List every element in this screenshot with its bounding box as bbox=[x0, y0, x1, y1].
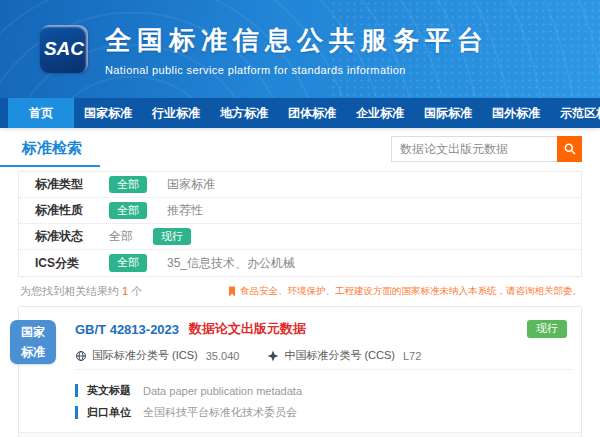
tab-standard-search[interactable]: 标准检索 bbox=[0, 128, 100, 167]
results-count-number: 1 bbox=[119, 285, 131, 297]
filter-option[interactable]: 推荐性 bbox=[167, 202, 203, 219]
filter-label: 标准类型 bbox=[35, 176, 109, 193]
filter-label: 标准性质 bbox=[35, 202, 109, 219]
filter-row-standard-type: 标准类型 全部 国家标准 bbox=[19, 172, 581, 198]
nav-item-foreign-standards[interactable]: 国外标准 bbox=[482, 98, 550, 128]
field-row-competent-unit: 归口单位 全国科技平台标准化技术委员会 bbox=[75, 405, 573, 420]
results-count-suffix: 个 bbox=[131, 285, 142, 297]
site-title: 全国标准信息公共服务平台 bbox=[105, 23, 489, 58]
search-box bbox=[391, 136, 582, 162]
field-label: 归口单位 bbox=[87, 405, 131, 420]
filter-selected-badge[interactable]: 全部 bbox=[109, 254, 147, 271]
nav-item-group-standards[interactable]: 团体标准 bbox=[278, 98, 346, 128]
nav-item-demo-zone-standards[interactable]: 示范区标准 bbox=[550, 98, 600, 128]
filter-selected-badge[interactable]: 全部 bbox=[109, 202, 147, 219]
nav-item-national-standards[interactable]: 国家标准 bbox=[74, 98, 142, 128]
field-label: 英文标题 bbox=[87, 383, 131, 398]
field-value: 全国科技平台标准化技术委员会 bbox=[143, 405, 297, 420]
field-accent-bar bbox=[75, 406, 78, 419]
nav-item-enterprise-standards[interactable]: 企业标准 bbox=[346, 98, 414, 128]
filter-option-all[interactable]: 全部 bbox=[109, 228, 133, 245]
filter-option[interactable]: 国家标准 bbox=[167, 176, 215, 193]
standard-code-link[interactable]: GB/T 42813-2023 bbox=[75, 322, 179, 337]
filter-row-standard-status: 标准状态 全部 现行 bbox=[19, 224, 581, 250]
filter-row-ics-category: ICS分类 全部 35_信息技术、办公机械 bbox=[19, 250, 581, 276]
ics-value: 35.040 bbox=[206, 350, 240, 362]
card-title-row: GB/T 42813-2023 数据论文出版元数据 现行 bbox=[75, 320, 567, 338]
ics-meta: 国际标准分类号 (ICS) 35.040 bbox=[75, 348, 239, 363]
site-header: SAC 全国标准信息公共服务平台 National public service… bbox=[0, 0, 600, 98]
standard-type-badge-line1: 国家 bbox=[10, 323, 56, 343]
standard-result-card: 国家 标准 GB/T 42813-2023 数据论文出版元数据 现行 国际标准分… bbox=[18, 306, 582, 437]
globe-icon bbox=[75, 350, 87, 362]
card-meta-row: 国际标准分类号 (ICS) 35.040 中国标准分类号 (CCS) L72 bbox=[75, 348, 567, 363]
card-footer: 发布于 2023-08-06 实施于 2023-08-06 bbox=[19, 432, 581, 437]
search-icon bbox=[563, 142, 577, 156]
results-bar: 为您找到相关结果约1个 食品安全、环境保护、工程建设方面的国家标准未纳入本系统，… bbox=[0, 277, 600, 303]
site-title-block: 全国标准信息公共服务平台 National public service pla… bbox=[105, 23, 489, 76]
filter-selected-badge[interactable]: 全部 bbox=[109, 176, 147, 193]
nav-item-home[interactable]: 首页 bbox=[8, 98, 74, 128]
sac-logo[interactable]: SAC bbox=[40, 25, 88, 73]
nav-item-international-standards[interactable]: 国际标准 bbox=[414, 98, 482, 128]
field-row-english-title: 英文标题 Data paper publication metadata bbox=[75, 383, 573, 398]
standard-type-badge-line2: 标准 bbox=[10, 343, 56, 363]
filter-row-standard-nature: 标准性质 全部 推荐性 bbox=[19, 198, 581, 224]
ccs-label: 中国标准分类号 (CCS) bbox=[284, 348, 395, 363]
search-tab-row: 标准检索 bbox=[0, 128, 600, 168]
field-accent-bar bbox=[75, 384, 78, 397]
status-badge: 现行 bbox=[527, 320, 567, 337]
filter-selected-badge[interactable]: 现行 bbox=[153, 228, 191, 245]
card-fields: 英文标题 Data paper publication metadata 归口单… bbox=[75, 369, 573, 432]
bookmark-icon bbox=[228, 286, 236, 297]
ccs-meta: 中国标准分类号 (CCS) L72 bbox=[267, 348, 421, 363]
filter-label: ICS分类 bbox=[35, 255, 109, 272]
main-nav: 首页 国家标准 行业标准 地方标准 团体标准 企业标准 国际标准 国外标准 示范… bbox=[0, 98, 600, 128]
search-button[interactable] bbox=[557, 136, 582, 162]
results-count-prefix: 为您找到相关结果约 bbox=[20, 285, 119, 297]
results-count: 为您找到相关结果约1个 bbox=[20, 284, 142, 299]
standard-type-badge: 国家 标准 bbox=[10, 320, 56, 364]
card-main: GB/T 42813-2023 数据论文出版元数据 现行 国际标准分类号 (IC… bbox=[19, 307, 581, 369]
search-input[interactable] bbox=[391, 136, 557, 162]
nav-item-local-standards[interactable]: 地方标准 bbox=[210, 98, 278, 128]
sac-logo-text: SAC bbox=[44, 38, 84, 60]
compass-star-icon bbox=[267, 350, 279, 362]
standard-title-link[interactable]: 数据论文出版元数据 bbox=[189, 320, 306, 338]
nav-item-industry-standards[interactable]: 行业标准 bbox=[142, 98, 210, 128]
field-value: Data paper publication metadata bbox=[143, 385, 302, 397]
ccs-value: L72 bbox=[403, 350, 421, 362]
ics-label: 国际标准分类号 (ICS) bbox=[92, 348, 198, 363]
results-notice-text: 食品安全、环境保护、工程建设方面的国家标准未纳入本系统，请咨询相关部委。 bbox=[240, 285, 582, 298]
filter-option[interactable]: 35_信息技术、办公机械 bbox=[167, 255, 295, 272]
site-subtitle: National public service platform for sta… bbox=[105, 64, 489, 76]
filter-label: 标准状态 bbox=[35, 228, 109, 245]
filter-panel: 标准类型 全部 国家标准 标准性质 全部 推荐性 标准状态 全部 现行 ICS分… bbox=[18, 171, 582, 277]
results-notice: 食品安全、环境保护、工程建设方面的国家标准未纳入本系统，请咨询相关部委。 bbox=[228, 285, 582, 298]
